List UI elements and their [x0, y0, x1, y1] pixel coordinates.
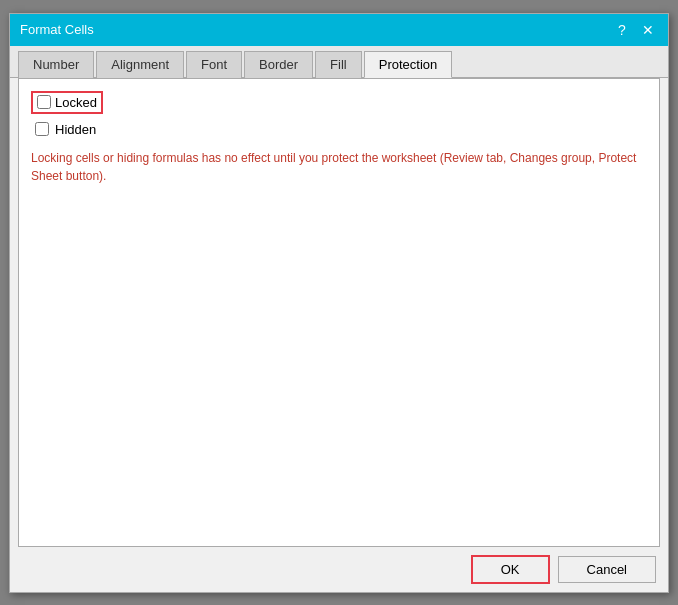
title-bar-controls: ? ✕	[612, 20, 658, 40]
locked-checkbox[interactable]	[37, 95, 51, 109]
tab-fill[interactable]: Fill	[315, 51, 362, 78]
protection-info-text: Locking cells or hiding formulas has no …	[31, 149, 647, 185]
hidden-row: Hidden	[31, 120, 647, 139]
close-button[interactable]: ✕	[638, 20, 658, 40]
title-bar: Format Cells ? ✕	[10, 14, 668, 46]
tab-content: Locked Hidden Locking cells or hiding fo…	[18, 78, 660, 547]
cancel-button[interactable]: Cancel	[558, 556, 656, 583]
hidden-checkbox[interactable]	[35, 122, 49, 136]
tab-protection[interactable]: Protection	[364, 51, 453, 78]
ok-button[interactable]: OK	[471, 555, 550, 584]
tab-border[interactable]: Border	[244, 51, 313, 78]
hidden-label: Hidden	[55, 122, 96, 137]
help-button[interactable]: ?	[612, 20, 632, 40]
tab-alignment[interactable]: Alignment	[96, 51, 184, 78]
locked-checkbox-wrapper: Locked	[31, 91, 103, 114]
tab-number[interactable]: Number	[18, 51, 94, 78]
locked-row: Locked	[31, 91, 647, 114]
footer: OK Cancel	[10, 547, 668, 592]
dialog-title: Format Cells	[20, 22, 94, 37]
format-cells-dialog: Format Cells ? ✕ Number Alignment Font B…	[9, 13, 669, 593]
locked-label: Locked	[55, 95, 97, 110]
tabs-bar: Number Alignment Font Border Fill Protec…	[10, 46, 668, 78]
tab-font[interactable]: Font	[186, 51, 242, 78]
